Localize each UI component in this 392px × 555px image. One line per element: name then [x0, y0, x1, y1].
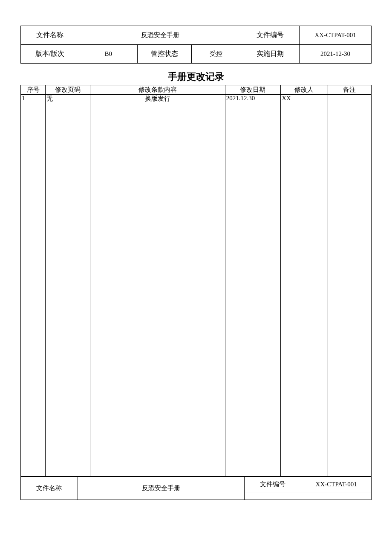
- th-person: 修改人: [281, 85, 328, 95]
- footer-file-no-value: XX-CTPAT-001: [301, 477, 372, 492]
- cell-remark: [328, 95, 371, 477]
- cell-seq: 1: [21, 95, 46, 477]
- table-row: 1 无 换版发行 2021.12.30 XX: [21, 95, 372, 477]
- impl-date-value: 2021-12-30: [300, 45, 372, 64]
- footer-file-name-label: 文件名称: [21, 477, 78, 500]
- th-remark: 备注: [328, 85, 371, 95]
- control-status-label: 管控状态: [138, 45, 192, 64]
- control-status-value: 受控: [191, 45, 241, 64]
- footer-file-name-value: 反恐安全手册: [78, 477, 244, 500]
- cell-date: 2021.12.30: [225, 95, 280, 477]
- change-record-table: 序号 修改页码 修改条款内容 修改日期 修改人 备注 1 无 换版发行 2021…: [20, 85, 372, 477]
- footer-info-table: 文件名称 反恐安全手册 文件编号 XX-CTPAT-001: [20, 477, 372, 500]
- footer-file-no-label: 文件编号: [244, 477, 301, 492]
- file-no-value: XX-CTPAT-001: [300, 26, 372, 45]
- th-date: 修改日期: [225, 85, 280, 95]
- th-content: 修改条款内容: [90, 85, 225, 95]
- file-name-label: 文件名称: [21, 26, 79, 45]
- table-header-row: 序号 修改页码 修改条款内容 修改日期 修改人 备注: [21, 85, 372, 95]
- cell-content: 换版发行: [90, 95, 225, 477]
- header-info-table: 文件名称 反恐安全手册 文件编号 XX-CTPAT-001 版本/版次 B0 管…: [20, 26, 372, 64]
- cell-person: XX: [281, 95, 328, 477]
- section-title: 手册更改记录: [20, 70, 372, 83]
- th-seq: 序号: [21, 85, 46, 95]
- footer-empty-1: [244, 492, 301, 500]
- file-name-value: 反恐安全手册: [79, 26, 241, 45]
- footer-empty-2: [301, 492, 372, 500]
- th-page: 修改页码: [46, 85, 90, 95]
- cell-page: 无: [46, 95, 90, 477]
- version-label: 版本/版次: [21, 45, 79, 64]
- impl-date-label: 实施日期: [241, 45, 299, 64]
- file-no-label: 文件编号: [241, 26, 299, 45]
- version-value: B0: [79, 45, 138, 64]
